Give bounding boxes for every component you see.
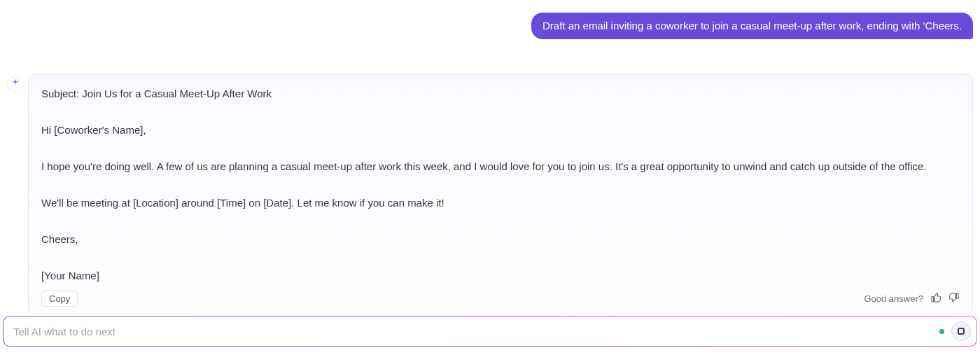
response-footer: Copy Good answer? (41, 291, 960, 307)
email-greeting: Hi [Coworker's Name], (41, 123, 960, 138)
user-message-text: Draft an email inviting a coworker to jo… (542, 20, 962, 32)
email-subject: Subject: Join Us for a Casual Meet-Up Af… (41, 86, 960, 102)
user-message-row: Draft an email inviting a coworker to jo… (7, 13, 973, 39)
thumbs-up-icon[interactable] (930, 292, 941, 305)
feedback-label: Good answer? (864, 293, 923, 304)
composer-bar (3, 316, 977, 347)
email-signoff: Cheers, (41, 232, 960, 247)
assistant-response-card: Subject: Join Us for a Casual Meet-Up Af… (28, 74, 973, 314)
composer-input[interactable] (13, 326, 932, 337)
email-body-1: I hope you're doing well. A few of us ar… (41, 159, 960, 174)
assistant-row: Subject: Join Us for a Casual Meet-Up Af… (7, 74, 973, 314)
assistant-avatar (7, 76, 24, 92)
email-signature: [Your Name] (41, 268, 960, 284)
stop-button[interactable] (951, 321, 971, 341)
user-message-bubble: Draft an email inviting a coworker to jo… (531, 13, 973, 39)
composer (3, 316, 977, 347)
status-indicator-icon (939, 329, 944, 334)
feedback-group: Good answer? (864, 292, 960, 305)
email-body-2: We'll be meeting at [Location] around [T… (41, 195, 960, 211)
sparkle-icon (10, 78, 20, 90)
thumbs-down-icon[interactable] (948, 292, 960, 305)
stop-icon (958, 328, 965, 335)
copy-button[interactable]: Copy (41, 291, 78, 307)
